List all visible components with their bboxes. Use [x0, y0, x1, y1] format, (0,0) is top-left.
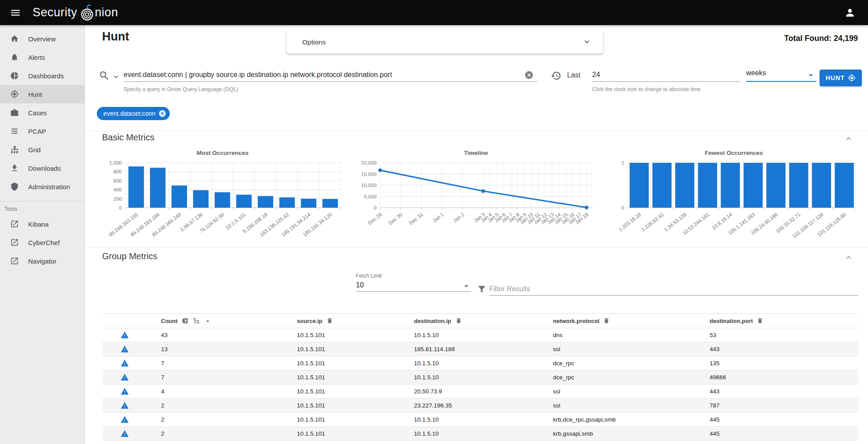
chip-close-icon[interactable] [158, 110, 166, 117]
row-actions-warning-icon[interactable] [121, 345, 129, 353]
search-icon [99, 70, 110, 81]
target-icon [10, 90, 19, 99]
table-row[interactable]: 4310.1.5.10110.1.5.10dns53 [103, 328, 858, 342]
cell-source-ip: 10.1.5.101 [297, 360, 414, 367]
row-actions-warning-icon[interactable] [121, 373, 129, 382]
table-row[interactable]: 410.1.5.10120.50.73.9ssl443 [103, 384, 858, 398]
bar[interactable] [193, 190, 209, 208]
cell-count: 2 [146, 416, 297, 423]
sidebar-item-label: CyberChef [28, 239, 60, 246]
row-actions-warning-icon[interactable] [121, 415, 129, 424]
duration-input[interactable] [592, 69, 740, 82]
bar[interactable] [279, 198, 295, 208]
remove-column-icon[interactable] [757, 317, 763, 324]
bar[interactable] [322, 199, 338, 208]
data-point[interactable] [378, 169, 382, 172]
clear-query-icon[interactable] [524, 70, 534, 80]
bar[interactable] [652, 163, 672, 208]
collapse-basic-metrics-icon[interactable] [844, 134, 853, 143]
bar[interactable] [258, 196, 273, 208]
bar[interactable] [630, 163, 649, 208]
options-label: Options [302, 38, 326, 46]
bar[interactable] [698, 163, 718, 208]
hunt-button-label: HUNT [826, 74, 845, 81]
cell-network-protocol: dce_rpc [553, 360, 710, 367]
table-row[interactable]: 710.1.5.10110.1.5.10dce_rpc49666 [103, 370, 858, 384]
sidebar-item-kibana[interactable]: Kibana [0, 215, 84, 233]
bar[interactable] [766, 163, 786, 208]
table-row[interactable]: 210.1.5.10123.227.196.35ssl787 [103, 398, 858, 412]
menu-button[interactable] [10, 7, 21, 18]
bar[interactable] [789, 163, 809, 208]
remove-column-icon[interactable] [455, 317, 462, 324]
page-title: Hunt [102, 30, 129, 44]
hunt-button[interactable]: HUNT [820, 70, 862, 86]
table-body: 4310.1.5.10110.1.5.10dns531310.1.5.10118… [103, 328, 858, 440]
bar[interactable] [150, 168, 165, 208]
row-actions-warning-icon[interactable] [121, 359, 129, 367]
bar[interactable] [812, 163, 831, 208]
sankey-toggle-icon[interactable] [193, 317, 200, 324]
sidebar-item-cyberchef[interactable]: CyberChef [0, 233, 84, 252]
table-row[interactable]: 210.1.5.10110.1.5.10krb,dce_rpc,gssapi,s… [103, 412, 858, 426]
sidebar-item-hunt[interactable]: Hunt [0, 85, 84, 103]
sidebar-item-dashboards[interactable]: Dashboards [0, 66, 84, 85]
row-actions-warning-icon[interactable] [121, 387, 129, 396]
svg-text:10.8.16.14: 10.8.16.14 [711, 212, 733, 231]
bar[interactable] [236, 194, 252, 208]
chevUp-icon [844, 134, 853, 143]
external-icon [10, 220, 19, 228]
pie-chart-toggle-icon[interactable] [182, 317, 189, 324]
sidebar-item-downloads[interactable]: Downloads [0, 159, 84, 177]
query-history-chevron-icon[interactable] [112, 73, 120, 81]
bar[interactable] [675, 163, 695, 208]
table-row[interactable]: 210.1.5.10110.1.5.10krb,gssapi,smb445 [103, 426, 858, 440]
data-point[interactable] [481, 189, 485, 193]
bar[interactable] [128, 166, 144, 208]
filter-results-input[interactable] [489, 283, 858, 296]
options-panel[interactable]: Options [286, 30, 603, 54]
cell-destination-port: 443 [710, 388, 858, 395]
sidebar-item-alerts[interactable]: Alerts [0, 48, 84, 66]
table-row[interactable]: 1310.1.5.101185.81.114.189ssl443 [103, 342, 858, 356]
collapse-group-metrics-icon[interactable] [844, 253, 853, 262]
remove-column-icon[interactable] [603, 317, 610, 324]
chart-title: Most Occurrences [103, 150, 343, 158]
hamburger-icon [10, 7, 21, 18]
sidebar-item-pcap[interactable]: PCAP [0, 122, 84, 140]
bar[interactable] [215, 192, 230, 208]
sidebar-item-grid[interactable]: Grid [0, 140, 84, 159]
sidebar-item-overview[interactable]: Overview [0, 29, 84, 48]
chevron-down-icon[interactable] [582, 37, 592, 47]
sidebar-item-cases[interactable]: Cases [0, 103, 84, 122]
sidebar-item-administration[interactable]: Administration [0, 177, 84, 196]
logo-text-prefix: Security [33, 6, 77, 19]
column-header-network-protocol: network.protocol [553, 318, 599, 324]
warning-icon [121, 415, 129, 424]
query-input[interactable] [124, 69, 537, 82]
cell-destination-ip: 10.1.5.10 [414, 416, 553, 423]
bell-icon [10, 53, 19, 62]
svg-text:Jan 2: Jan 2 [452, 212, 465, 224]
user-menu-button[interactable] [844, 7, 856, 18]
sidebar-item-label: Kibana [28, 220, 49, 228]
total-found: Total Found: 24,199 [784, 34, 858, 43]
cell-source-ip: 10.1.5.101 [297, 374, 414, 381]
sidebar-item-navigator[interactable]: Navigator [0, 252, 84, 270]
data-point[interactable] [585, 205, 588, 209]
bar[interactable] [301, 199, 316, 208]
units-select[interactable]: weeks [746, 69, 817, 82]
remove-column-icon[interactable] [326, 317, 333, 324]
table-row[interactable]: 710.1.5.10110.1.5.10dce_rpc135 [103, 356, 858, 370]
bar[interactable] [721, 163, 740, 208]
bar[interactable] [743, 163, 763, 208]
row-actions-warning-icon[interactable] [121, 401, 129, 410]
caret-down-icon[interactable] [204, 317, 212, 324]
row-actions-warning-icon[interactable] [121, 331, 129, 339]
row-actions-warning-icon[interactable] [121, 429, 129, 438]
bar[interactable] [835, 163, 854, 208]
fetch-limit-select[interactable]: Fetch Limit 10 [356, 273, 471, 292]
history-clock-icon[interactable] [551, 70, 561, 81]
bar[interactable] [172, 186, 187, 208]
filter-chip[interactable]: event.dataset:conn [97, 107, 170, 120]
